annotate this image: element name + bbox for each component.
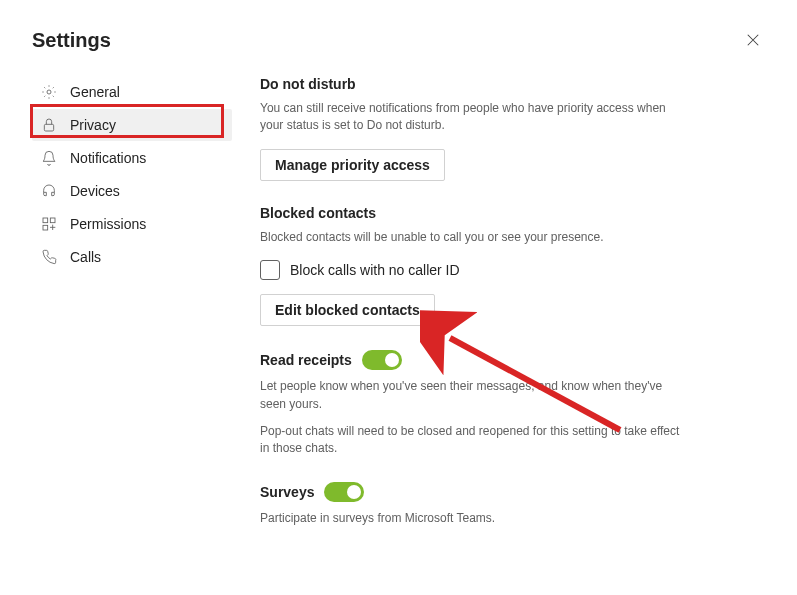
section-surveys: Surveys Participate in surveys from Micr…	[260, 482, 742, 527]
gear-icon	[40, 83, 58, 101]
settings-content: Do not disturb You can still receive not…	[232, 70, 742, 551]
section-title-text: Read receipts	[260, 352, 352, 368]
sidebar-item-label: General	[70, 84, 120, 100]
settings-header: Settings	[0, 0, 797, 70]
sidebar-item-label: Calls	[70, 249, 101, 265]
svg-rect-3	[50, 218, 55, 223]
surveys-toggle[interactable]	[324, 482, 364, 502]
close-button[interactable]	[741, 28, 765, 52]
sidebar-item-calls[interactable]: Calls	[32, 241, 232, 273]
section-description: Let people know when you've seen their m…	[260, 378, 680, 413]
section-title: Surveys	[260, 482, 742, 502]
sidebar-item-general[interactable]: General	[32, 76, 232, 108]
manage-priority-access-button[interactable]: Manage priority access	[260, 149, 445, 181]
section-title: Blocked contacts	[260, 205, 742, 221]
sidebar-item-label: Permissions	[70, 216, 146, 232]
svg-rect-4	[43, 225, 48, 230]
section-description: Participate in surveys from Microsoft Te…	[260, 510, 680, 527]
edit-blocked-contacts-button[interactable]: Edit blocked contacts	[260, 294, 435, 326]
section-read-receipts: Read receipts Let people know when you'v…	[260, 350, 742, 458]
sidebar-item-privacy[interactable]: Privacy	[32, 109, 232, 141]
section-description: You can still receive notifications from…	[260, 100, 680, 135]
apps-icon	[40, 215, 58, 233]
section-blocked-contacts: Blocked contacts Blocked contacts will b…	[260, 205, 742, 326]
block-no-caller-id-row: Block calls with no caller ID	[260, 260, 742, 280]
sidebar-item-notifications[interactable]: Notifications	[32, 142, 232, 174]
read-receipts-toggle[interactable]	[362, 350, 402, 370]
sidebar-item-label: Notifications	[70, 150, 146, 166]
section-title: Read receipts	[260, 350, 742, 370]
section-title: Do not disturb	[260, 76, 742, 92]
headset-icon	[40, 182, 58, 200]
section-description: Blocked contacts will be unable to call …	[260, 229, 680, 246]
close-icon	[746, 33, 760, 47]
sidebar-item-permissions[interactable]: Permissions	[32, 208, 232, 240]
settings-sidebar: General Privacy Notifications Devices Pe	[32, 70, 232, 551]
sidebar-item-label: Devices	[70, 183, 120, 199]
checkbox-label: Block calls with no caller ID	[290, 262, 460, 278]
sidebar-item-label: Privacy	[70, 117, 116, 133]
svg-rect-2	[43, 218, 48, 223]
section-do-not-disturb: Do not disturb You can still receive not…	[260, 76, 742, 181]
section-description-secondary: Pop-out chats will need to be closed and…	[260, 423, 680, 458]
lock-icon	[40, 116, 58, 134]
bell-icon	[40, 149, 58, 167]
page-title: Settings	[32, 29, 111, 52]
svg-point-0	[47, 90, 51, 94]
block-no-caller-id-checkbox[interactable]	[260, 260, 280, 280]
sidebar-item-devices[interactable]: Devices	[32, 175, 232, 207]
phone-icon	[40, 248, 58, 266]
section-title-text: Surveys	[260, 484, 314, 500]
svg-rect-1	[44, 124, 53, 131]
